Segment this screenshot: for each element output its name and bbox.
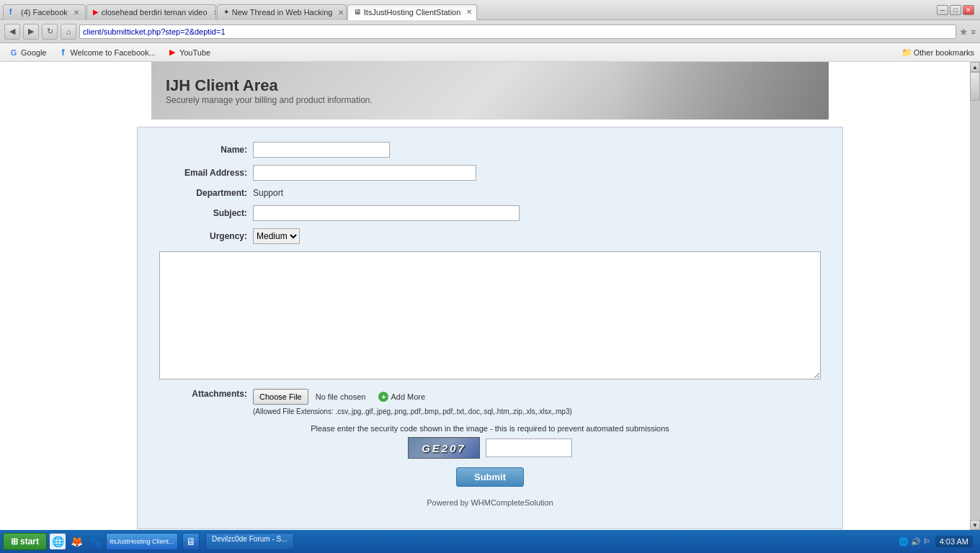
tab-close-ijh[interactable]: ✕	[466, 8, 472, 16]
department-label: Department:	[159, 188, 253, 198]
address-input[interactable]	[79, 24, 956, 39]
bookmark-google-label: Google	[21, 48, 46, 57]
department-row: Department: Support	[159, 188, 821, 198]
facebook-bm-favicon-icon: f	[58, 48, 68, 58]
header-decorative-image	[612, 62, 829, 120]
ticket-form-container: Name: Email Address: Department: Support…	[137, 127, 843, 529]
name-input[interactable]	[253, 142, 390, 158]
bookmark-facebook[interactable]: f Welcome to Facebook...	[55, 46, 158, 59]
name-label: Name:	[159, 145, 253, 155]
start-label: start	[20, 536, 39, 547]
scrollbar-thumb[interactable]	[970, 72, 980, 101]
choose-file-button[interactable]: Choose File	[253, 389, 308, 405]
system-clock: 4:03 AM	[935, 536, 973, 547]
tab-close-closehead[interactable]: ✕	[213, 9, 216, 17]
tray-sound-icon: 🔊	[911, 537, 921, 547]
folder-icon: 📁	[901, 48, 912, 58]
tab-label: closehead berdiri teman video	[102, 8, 208, 17]
taskbar-right: 🌐 🔊 🏳 4:03 AM	[899, 536, 977, 547]
submit-button[interactable]: Submit	[456, 467, 524, 487]
tab-facebook[interactable]: f (4) Facebook ✕	[3, 4, 86, 20]
active-window-label: ItsJustHosting Client...	[110, 538, 174, 545]
taskbar-misc-icon[interactable]: 🐾	[87, 534, 103, 549]
subject-label: Subject:	[159, 208, 253, 218]
taskbar-ff-icon[interactable]: 🦊	[68, 534, 84, 549]
forward-button[interactable]: ▶	[23, 24, 39, 40]
ijh-taskbar-favicon[interactable]: 🖥	[182, 533, 200, 550]
address-bar: ◀ ▶ ↻ ⌂ ★ ≡	[0, 20, 980, 43]
attachments-row: Attachments: Choose File No file chosen …	[159, 389, 821, 415]
email-input[interactable]	[253, 165, 476, 181]
tray-icons: 🌐 🔊 🏳	[899, 537, 931, 547]
department-value: Support	[253, 188, 283, 198]
captcha-image: GE207	[408, 437, 480, 459]
taskbar-browser-icon[interactable]: 🌐	[50, 534, 66, 549]
captcha-row: GE207	[159, 437, 821, 459]
tab-close-newthread[interactable]: ✕	[338, 9, 344, 17]
urgency-select[interactable]: Low Medium High	[253, 228, 300, 244]
ijh-favicon: 🖥	[354, 8, 361, 17]
tray-network-icon: 🌐	[899, 537, 909, 547]
allowed-extensions-text: (Allowed File Extensions: .csv,.jpg,.gif…	[253, 408, 572, 415]
active-window-preview: ItsJustHosting Client...	[106, 533, 178, 550]
bookmark-google[interactable]: G Google	[6, 46, 49, 59]
scroll-up-arrow[interactable]: ▲	[970, 62, 980, 72]
subject-input[interactable]	[253, 205, 520, 221]
message-textarea[interactable]	[159, 251, 821, 379]
taskbar: ⊞ start 🌐 🦊 🐾 ItsJustHosting Client... 🖥…	[0, 530, 980, 553]
facebook-favicon: f	[9, 8, 18, 17]
tab-label: (4) Facebook	[21, 8, 68, 17]
bookmarks-bar: G Google f Welcome to Facebook... ▶ YouT…	[0, 43, 980, 62]
attachments-controls: Choose File No file chosen + Add More (A…	[253, 389, 572, 415]
message-row	[159, 251, 821, 382]
scrollbar-track: ▲ ▼	[970, 62, 980, 530]
scroll-down-arrow[interactable]: ▼	[970, 520, 980, 530]
devilzc0de-taskbar-btn[interactable]: Devilzc0de Forum - S...	[205, 533, 293, 550]
window-controls: ─ □ ✕	[937, 5, 977, 15]
security-instructions: Please enter the security code shown in …	[159, 424, 821, 433]
address-icons: ★ ≡	[959, 26, 976, 37]
site-header: IJH Client Area Securely manage your bil…	[151, 62, 829, 120]
bookmark-youtube[interactable]: ▶ YouTube	[164, 46, 213, 59]
ijh-taskbar-icon: 🖥	[186, 536, 196, 547]
browser-titlebar: f (4) Facebook ✕ ▶ closehead berdiri tem…	[0, 0, 980, 20]
tabs-bar: f (4) Facebook ✕ ▶ closehead berdiri tem…	[3, 0, 478, 20]
other-bookmarks[interactable]: 📁 Other bookmarks	[901, 48, 974, 58]
menu-icon[interactable]: ≡	[971, 27, 976, 36]
thread-favicon: ✦	[223, 8, 229, 17]
captcha-input[interactable]	[486, 439, 572, 457]
tab-label: ItsJustHosting ClientStation	[364, 8, 461, 17]
add-more-icon: +	[378, 392, 388, 402]
site-header-text: IJH Client Area Securely manage your bil…	[166, 76, 373, 105]
tab-ijh[interactable]: 🖥 ItsJustHosting ClientStation ✕	[347, 4, 477, 20]
tray-flag-icon: 🏳	[923, 537, 931, 546]
add-more-button[interactable]: + Add More	[378, 389, 425, 405]
email-row: Email Address:	[159, 165, 821, 181]
other-bookmarks-label: Other bookmarks	[914, 48, 974, 57]
name-row: Name:	[159, 142, 821, 158]
refresh-button[interactable]: ↻	[42, 24, 58, 40]
bookmark-youtube-label: YouTube	[179, 48, 210, 57]
add-more-label: Add More	[391, 389, 425, 405]
close-button[interactable]: ✕	[963, 5, 974, 15]
home-button[interactable]: ⌂	[61, 24, 76, 40]
powered-by-text: Powered by WHMCompleteSolution	[159, 498, 821, 507]
start-button[interactable]: ⊞ start	[3, 533, 47, 550]
subject-row: Subject:	[159, 205, 821, 221]
urgency-label: Urgency:	[159, 231, 253, 241]
bookmark-star-icon[interactable]: ★	[959, 26, 968, 37]
no-file-text: No file chosen	[316, 389, 366, 405]
back-button[interactable]: ◀	[4, 24, 20, 40]
tab-close-facebook[interactable]: ✕	[74, 9, 79, 17]
minimize-button[interactable]: ─	[937, 5, 948, 15]
youtube-favicon-icon: ▶	[167, 48, 177, 58]
urgency-row: Urgency: Low Medium High	[159, 228, 821, 244]
tab-newthread[interactable]: ✦ New Thread in Web Hacking ✕	[217, 4, 347, 20]
tab-closehead[interactable]: ▶ closehead berdiri teman video ✕	[86, 4, 216, 20]
page-content: IJH Client Area Securely manage your bil…	[0, 62, 980, 530]
tab-label: New Thread in Web Hacking	[232, 8, 333, 17]
yt-favicon: ▶	[93, 8, 99, 17]
windows-logo-icon: ⊞	[11, 536, 18, 547]
maximize-button[interactable]: □	[950, 5, 961, 15]
bookmark-facebook-label: Welcome to Facebook...	[70, 48, 155, 57]
